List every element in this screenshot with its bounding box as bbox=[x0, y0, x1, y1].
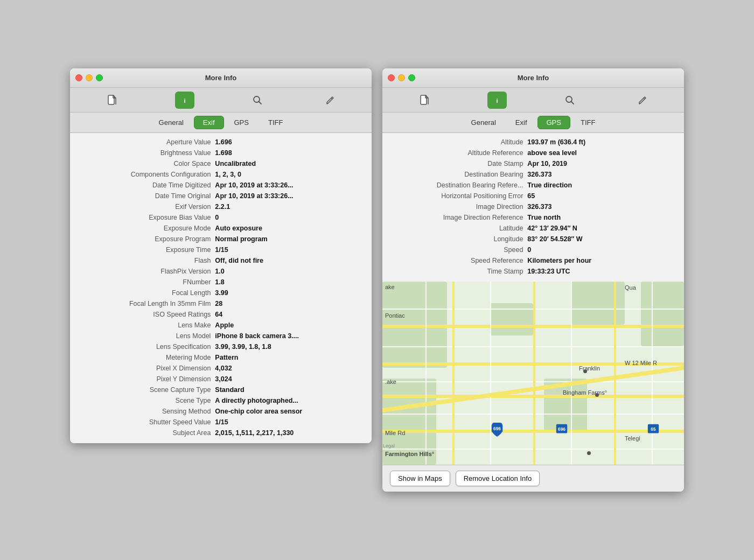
row-value: 2,015, 1,511, 2,217, 1,330 bbox=[215, 429, 364, 437]
table-row: Horizontal Positioning Error65 bbox=[382, 191, 684, 202]
row-label: Date Time Original bbox=[78, 192, 215, 200]
tab-tiff-left[interactable]: TIFF bbox=[259, 116, 292, 129]
table-row: Exposure ModeAuto exposure bbox=[70, 223, 372, 234]
row-label: Image Direction bbox=[390, 203, 527, 211]
row-value: 28 bbox=[215, 300, 364, 307]
remove-location-button[interactable]: Remove Location Info bbox=[456, 471, 540, 486]
minimize-button-left[interactable] bbox=[86, 74, 93, 81]
table-row: Lens ModeliPhone 8 back camera 3.... bbox=[70, 331, 372, 342]
row-value: 1/15 bbox=[215, 418, 364, 426]
row-value: Kilometers per hour bbox=[527, 257, 676, 264]
row-value: 1.696 bbox=[215, 138, 364, 146]
edit-icon-right[interactable] bbox=[633, 92, 652, 109]
row-value: Auto exposure bbox=[215, 225, 364, 232]
row-label: Sensing Method bbox=[78, 408, 215, 415]
map-road-v1 bbox=[452, 282, 455, 465]
maximize-button-left[interactable] bbox=[96, 74, 103, 81]
table-row: Metering ModePattern bbox=[70, 353, 372, 363]
tab-tiff-right[interactable]: TIFF bbox=[571, 116, 604, 129]
table-row: Date StampApr 10, 2019 bbox=[382, 159, 684, 170]
search-icon-right[interactable] bbox=[560, 92, 580, 109]
table-row: Scene TypeA directly photographed... bbox=[70, 396, 372, 407]
row-label: Components Configuration bbox=[78, 171, 215, 178]
svg-text:i: i bbox=[496, 97, 498, 103]
row-label: Focal Length bbox=[78, 289, 215, 297]
file-icon-left[interactable] bbox=[102, 92, 122, 109]
row-label: Speed Reference bbox=[390, 257, 527, 264]
map-road-tv1 bbox=[425, 282, 427, 465]
row-value: 1.698 bbox=[215, 149, 364, 157]
table-row: Date Time DigitizedApr 10, 2019 at 3:33:… bbox=[70, 180, 372, 191]
row-label: Focal Length In 35mm Film bbox=[78, 300, 215, 307]
close-button-left[interactable] bbox=[75, 74, 82, 81]
row-label: Lens Specification bbox=[78, 343, 215, 351]
window-title-left: More Info bbox=[205, 74, 237, 82]
show-in-maps-button[interactable]: Show in Maps bbox=[390, 471, 450, 486]
svg-text:696: 696 bbox=[493, 426, 501, 431]
table-row: Altitude Referenceabove sea level bbox=[382, 148, 684, 159]
table-row: Components Configuration1, 2, 3, 0 bbox=[70, 170, 372, 180]
row-value: 3,024 bbox=[215, 375, 364, 383]
table-row: Exposure Time1/15 bbox=[70, 245, 372, 256]
row-label: ISO Speed Ratings bbox=[78, 311, 215, 318]
table-row: Focal Length In 35mm Film28 bbox=[70, 299, 372, 310]
interstate-badge-65: 65 bbox=[646, 423, 660, 437]
window-controls-left bbox=[75, 74, 103, 81]
map-label-pontiac: Pontiac bbox=[385, 312, 405, 319]
row-value: 326.373 bbox=[527, 171, 676, 178]
tab-general-left[interactable]: General bbox=[150, 116, 193, 129]
row-label: Longitude bbox=[390, 235, 527, 243]
interstate-badge-696-1: 696 bbox=[490, 423, 504, 437]
table-row: Pixel Y Dimension3,024 bbox=[70, 374, 372, 385]
table-row: Longitude83° 20′ 54.528″ W bbox=[382, 234, 684, 245]
table-row: Speed0 bbox=[382, 245, 684, 256]
map-park-3 bbox=[641, 282, 684, 346]
title-bar-right: More Info bbox=[382, 68, 684, 88]
search-icon-left[interactable] bbox=[248, 92, 267, 109]
table-row: Altitude193.97 m (636.4 ft) bbox=[382, 137, 684, 148]
info-icon-left[interactable]: i bbox=[175, 92, 194, 109]
left-window: More Info i bbox=[70, 68, 372, 443]
row-label: Latitude bbox=[390, 225, 527, 232]
row-value: Apr 10, 2019 at 3:33:26... bbox=[215, 181, 364, 189]
row-label: Scene Type bbox=[78, 397, 215, 404]
table-row: Subject Area2,015, 1,511, 2,217, 1,330 bbox=[70, 428, 372, 439]
table-row: Brightness Value1.698 bbox=[70, 148, 372, 159]
row-label: Shutter Speed Value bbox=[78, 418, 215, 426]
tab-gps-left[interactable]: GPS bbox=[225, 116, 258, 129]
row-value: 4,032 bbox=[215, 365, 364, 372]
close-button-right[interactable] bbox=[388, 74, 395, 81]
row-value: 1, 2, 3, 0 bbox=[215, 171, 364, 178]
row-value: 65 bbox=[527, 192, 676, 200]
map-road-tv3 bbox=[571, 282, 572, 465]
svg-text:i: i bbox=[184, 97, 185, 103]
tab-general-right[interactable]: General bbox=[462, 116, 505, 129]
row-value: 1/15 bbox=[215, 246, 364, 254]
tab-exif-right[interactable]: Exif bbox=[506, 116, 536, 129]
row-value: True direction bbox=[527, 181, 676, 189]
map-label-bingham: Bingham Farms° bbox=[563, 389, 607, 396]
bingham-dot bbox=[595, 393, 599, 397]
table-row: Lens Specification3.99, 3.99, 1.8, 1.8 bbox=[70, 342, 372, 353]
row-label: Date Time Digitized bbox=[78, 181, 215, 189]
edit-icon-left[interactable] bbox=[320, 92, 340, 109]
row-label: Altitude Reference bbox=[390, 149, 527, 157]
map-container: ake .ake Mile Rd Franklin Bingham Farms°… bbox=[382, 282, 684, 465]
table-row: Scene Capture TypeStandard bbox=[70, 385, 372, 396]
tab-gps-right[interactable]: GPS bbox=[537, 116, 570, 129]
row-label: Destination Bearing bbox=[390, 171, 527, 178]
map-road-tv2 bbox=[490, 282, 491, 465]
row-label: Pixel X Dimension bbox=[78, 365, 215, 372]
row-label: FNumber bbox=[78, 278, 215, 286]
info-icon-right[interactable]: i bbox=[487, 92, 507, 109]
toolbar-left: i bbox=[70, 88, 372, 113]
row-value: 42° 13′ 29.94″ N bbox=[527, 225, 676, 232]
tab-exif-left[interactable]: Exif bbox=[194, 116, 224, 129]
table-row: Date Time OriginalApr 10, 2019 at 3:33:2… bbox=[70, 191, 372, 202]
maximize-button-right[interactable] bbox=[408, 74, 415, 81]
row-label: Subject Area bbox=[78, 429, 215, 437]
map-label-farmington: Farmington Hills° bbox=[385, 451, 434, 457]
minimize-button-right[interactable] bbox=[398, 74, 405, 81]
row-value: 83° 20′ 54.528″ W bbox=[527, 235, 676, 243]
file-icon-right[interactable] bbox=[415, 92, 434, 109]
